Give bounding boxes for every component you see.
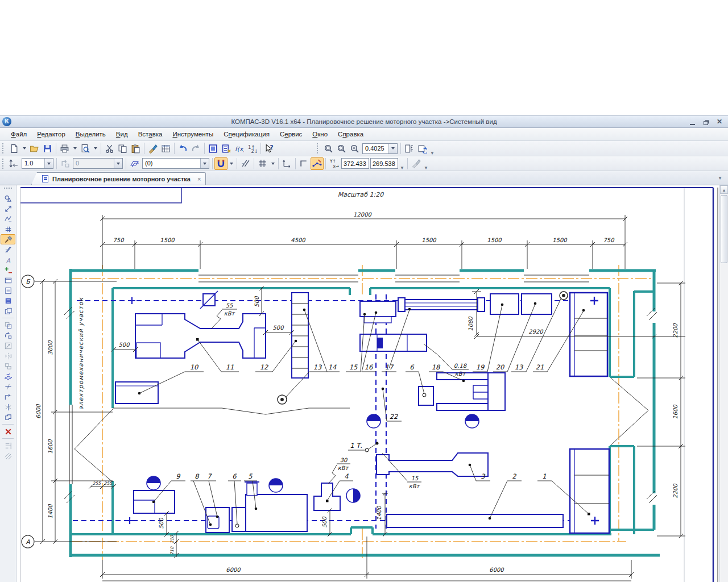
menu-service[interactable]: Сервис xyxy=(275,129,307,139)
mirror-tool-icon[interactable] xyxy=(1,351,15,361)
measure-panel-icon[interactable]: А xyxy=(1,255,15,265)
grid-designations-panel-icon[interactable] xyxy=(1,224,15,234)
variables-button[interactable] xyxy=(220,142,233,155)
copy-properties-disabled-button[interactable] xyxy=(410,157,423,170)
vertical-scrollbar[interactable]: ▲ xyxy=(719,185,728,582)
zoom-area-button[interactable] xyxy=(335,142,348,155)
menu-help[interactable]: Справка xyxy=(333,129,369,139)
undo-button[interactable] xyxy=(176,142,189,155)
geometry-panel-icon[interactable] xyxy=(1,193,15,203)
parametrization-panel-icon[interactable] xyxy=(1,244,15,255)
zoom-scale-dropdown[interactable] xyxy=(388,144,397,153)
spec-book-tool-icon[interactable] xyxy=(1,296,15,306)
show-document-button[interactable] xyxy=(206,142,220,155)
document-params-button[interactable] xyxy=(7,157,20,170)
fit-document-button[interactable] xyxy=(403,142,416,155)
grid-button[interactable] xyxy=(256,157,269,170)
rounding-button[interactable] xyxy=(311,157,324,170)
menu-window[interactable]: Окно xyxy=(307,129,333,139)
line-scale-combo[interactable]: 1.0 xyxy=(22,158,53,169)
dimensions-panel-icon[interactable] xyxy=(1,203,15,214)
menu-view[interactable]: Вид xyxy=(111,129,133,139)
report-tool-icon[interactable] xyxy=(1,285,15,296)
functions-button[interactable]: f(x) xyxy=(233,142,246,155)
new-document-button[interactable] xyxy=(7,142,20,155)
menu-file[interactable]: Файл xyxy=(6,129,32,139)
scale-tool-icon[interactable] xyxy=(1,340,15,351)
view-dropdown[interactable] xyxy=(200,159,209,168)
copy-properties-button[interactable] xyxy=(146,142,159,155)
copy-arrange-tool-icon[interactable] xyxy=(1,361,15,371)
print-preview-button[interactable] xyxy=(78,142,92,155)
scroll-up-icon[interactable]: ▲ xyxy=(720,185,728,194)
refresh-view-button[interactable] xyxy=(416,142,429,155)
rotate-copy-tool-icon[interactable] xyxy=(1,330,15,340)
scale-note: Масштаб 1:20 xyxy=(338,191,384,198)
break-curve-tool-icon[interactable] xyxy=(1,402,15,412)
save-button[interactable] xyxy=(41,142,54,155)
delete-tool-icon[interactable] xyxy=(1,426,15,436)
copy-object-tool-icon[interactable] xyxy=(1,320,15,330)
zoom-in-button[interactable] xyxy=(348,142,361,155)
context-help-button[interactable]: ? xyxy=(263,142,276,155)
spreadsheet-button[interactable] xyxy=(159,142,172,155)
cut-button[interactable] xyxy=(103,142,116,155)
layer-dropdown[interactable] xyxy=(114,159,122,168)
align-tool-icon[interactable] xyxy=(1,440,15,451)
menu-specification[interactable]: Спецификация xyxy=(218,129,275,139)
layer-shift-button[interactable] xyxy=(59,157,72,170)
tab-list-chevron-icon[interactable]: ▼ xyxy=(718,176,722,181)
new-document-dropdown[interactable] xyxy=(20,142,28,155)
ortho-mode-button[interactable] xyxy=(297,157,311,170)
parallel-mode-button[interactable] xyxy=(239,157,252,170)
redo-button[interactable] xyxy=(189,142,202,155)
end-overflow-chevron[interactable]: ▼ xyxy=(424,166,428,171)
restore-button[interactable] xyxy=(702,118,710,125)
open-button[interactable] xyxy=(28,142,41,155)
minimize-button[interactable] xyxy=(688,118,696,125)
insert-fragment-tool-icon[interactable] xyxy=(1,306,15,316)
close-button[interactable]: ✕ xyxy=(715,118,723,125)
editing-panel-icon[interactable] xyxy=(1,234,15,244)
toolbar-overflow-chevron[interactable]: ▼ xyxy=(430,151,435,156)
layer-combo[interactable]: 0 xyxy=(73,158,123,169)
designations-panel-icon[interactable] xyxy=(1,214,15,224)
drawing-canvas[interactable]: Масштаб 1:20 xyxy=(16,185,719,582)
insert-view-tool-icon[interactable] xyxy=(1,275,15,285)
preview-dropdown[interactable] xyxy=(92,142,99,155)
contour-tool-icon[interactable] xyxy=(1,412,15,422)
local-cs-button[interactable] xyxy=(280,157,293,170)
plus-minus-tool-icon[interactable] xyxy=(1,265,15,275)
document-tab[interactable]: Планировочное решение моторного участка … xyxy=(31,172,206,185)
state-toolbar-grip[interactable] xyxy=(2,159,5,169)
compact-panel-grip[interactable] xyxy=(4,188,12,191)
hatch-tool-icon[interactable] xyxy=(1,451,15,461)
zoom-toolbar-grip[interactable] xyxy=(317,143,320,153)
grid-dropdown[interactable] xyxy=(269,157,276,170)
view-combo[interactable]: (0) xyxy=(142,158,209,169)
menu-select[interactable]: Выделить xyxy=(71,129,111,139)
views-list-button[interactable] xyxy=(128,157,141,170)
copy-button[interactable] xyxy=(116,142,129,155)
move-plane-tool-icon[interactable] xyxy=(1,371,15,381)
paste-button[interactable] xyxy=(129,142,142,155)
toolbar-grip[interactable] xyxy=(2,143,5,153)
trim-curve-tool-icon[interactable] xyxy=(1,381,15,392)
zoom-scale-combo[interactable]: 0.4025 xyxy=(362,143,398,154)
snap-magnet-button[interactable] xyxy=(214,157,228,170)
tab-close-icon[interactable]: × xyxy=(197,176,201,182)
scrollbar-thumb[interactable] xyxy=(721,195,727,263)
coord-y-field[interactable] xyxy=(370,158,398,169)
coords-overflow-chevron[interactable]: ▼ xyxy=(400,166,404,171)
menu-insert[interactable]: Вставка xyxy=(133,129,168,139)
menu-edit[interactable]: Редактор xyxy=(32,129,71,139)
print-dropdown[interactable] xyxy=(71,142,78,155)
coord-x-field[interactable] xyxy=(341,158,369,169)
snap-dropdown[interactable] xyxy=(228,157,235,170)
zoom-selection-button[interactable] xyxy=(322,142,335,155)
line-scale-dropdown[interactable] xyxy=(44,159,53,168)
extend-curve-tool-icon[interactable] xyxy=(1,392,15,402)
menu-tools[interactable]: Инструменты xyxy=(167,129,218,139)
print-button[interactable] xyxy=(58,142,71,155)
renumber-button[interactable]: 1↑2↓ xyxy=(246,142,259,155)
